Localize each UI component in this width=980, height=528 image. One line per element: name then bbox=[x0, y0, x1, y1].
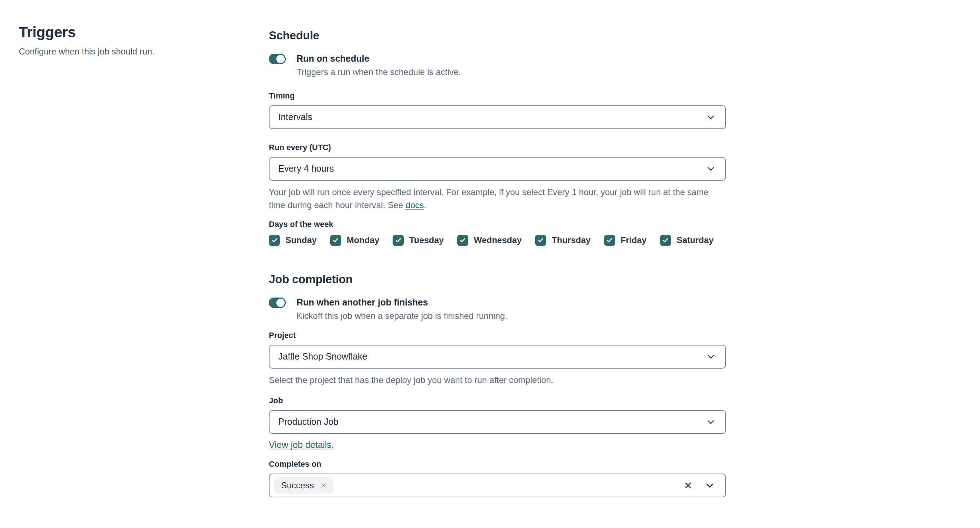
run-when-finishes-text: Run when another job finishes Kickoff th… bbox=[297, 297, 508, 321]
chevron-down-icon bbox=[706, 164, 716, 174]
run-every-field: Run every (UTC) Every 4 hours Your job w… bbox=[269, 143, 726, 212]
checkbox-checked-icon bbox=[393, 235, 404, 246]
day-checkbox-friday[interactable]: Friday bbox=[604, 235, 647, 246]
run-when-finishes-description: Kickoff this job when a separate job is … bbox=[297, 311, 508, 321]
project-select-value: Jaffle Shop Snowflake bbox=[278, 351, 368, 362]
chevron-down-icon bbox=[706, 112, 716, 122]
project-label: Project bbox=[269, 331, 726, 340]
run-when-finishes-toggle[interactable] bbox=[269, 298, 286, 308]
run-on-schedule-toggle[interactable] bbox=[269, 54, 286, 64]
chevron-down-icon bbox=[706, 352, 716, 362]
clear-selection-icon[interactable] bbox=[683, 481, 693, 490]
project-help-text: Select the project that has the deploy j… bbox=[269, 374, 726, 387]
run-when-finishes-row: Run when another job finishes Kickoff th… bbox=[269, 297, 726, 321]
project-select[interactable]: Jaffle Shop Snowflake bbox=[269, 345, 726, 369]
run-on-schedule-text: Run on schedule Triggers a run when the … bbox=[297, 53, 461, 78]
day-checkbox-sunday[interactable]: Sunday bbox=[269, 235, 317, 246]
day-label: Monday bbox=[347, 235, 380, 245]
completes-on-field: Completes on Success bbox=[269, 460, 726, 497]
status-chip-success: Success bbox=[274, 477, 334, 494]
run-when-finishes-label: Run when another job finishes bbox=[297, 297, 508, 308]
job-label: Job bbox=[269, 396, 726, 405]
section-heading-schedule: Schedule bbox=[269, 29, 726, 42]
checkbox-checked-icon bbox=[269, 235, 280, 246]
day-checkbox-tuesday[interactable]: Tuesday bbox=[393, 235, 444, 246]
chevron-down-icon bbox=[706, 417, 716, 427]
interval-help-text-suffix: . bbox=[424, 200, 426, 210]
day-checkbox-saturday[interactable]: Saturday bbox=[660, 235, 714, 246]
day-label: Thursday bbox=[552, 235, 591, 245]
toggle-knob bbox=[277, 299, 285, 307]
run-every-select[interactable]: Every 4 hours bbox=[269, 157, 726, 181]
days-of-week-field: Days of the week Sunday Monday Tuesday W… bbox=[269, 220, 726, 246]
chip-remove-icon[interactable] bbox=[320, 482, 327, 489]
multiselect-controls bbox=[683, 480, 715, 491]
timing-select[interactable]: Intervals bbox=[269, 105, 726, 129]
toggle-knob bbox=[277, 55, 285, 63]
interval-help-text-body: Your job will run once every specified i… bbox=[269, 187, 708, 210]
triggers-settings-page: Triggers Configure when this job should … bbox=[0, 0, 980, 528]
day-label: Friday bbox=[620, 235, 647, 245]
run-on-schedule-description: Triggers a run when the schedule is acti… bbox=[297, 67, 461, 78]
day-checkbox-monday[interactable]: Monday bbox=[330, 235, 380, 246]
days-of-week-label: Days of the week bbox=[269, 220, 726, 229]
section-heading-job-completion: Job completion bbox=[269, 273, 726, 286]
day-label: Saturday bbox=[676, 235, 714, 245]
docs-link[interactable]: docs bbox=[406, 200, 424, 210]
checkbox-checked-icon bbox=[330, 235, 341, 246]
run-every-select-value: Every 4 hours bbox=[278, 163, 334, 174]
page-subtitle: Configure when this job should run. bbox=[19, 46, 235, 57]
interval-help-text: Your job will run once every specified i… bbox=[269, 186, 726, 212]
checkbox-checked-icon bbox=[604, 235, 615, 246]
run-on-schedule-label: Run on schedule bbox=[297, 53, 461, 64]
day-label: Sunday bbox=[285, 235, 317, 245]
job-select[interactable]: Production Job bbox=[269, 410, 726, 434]
run-on-schedule-row: Run on schedule Triggers a run when the … bbox=[269, 53, 726, 78]
timing-select-value: Intervals bbox=[278, 112, 312, 122]
left-description-column: Triggers Configure when this job should … bbox=[19, 24, 235, 57]
triggers-form: Schedule Run on schedule Triggers a run … bbox=[269, 29, 726, 497]
job-link-row: View job details. bbox=[269, 440, 726, 450]
day-checkbox-thursday[interactable]: Thursday bbox=[535, 235, 591, 246]
project-field: Project Jaffle Shop Snowflake Select the… bbox=[269, 331, 726, 387]
status-chip-label: Success bbox=[281, 480, 314, 490]
run-every-label: Run every (UTC) bbox=[269, 143, 726, 152]
checkbox-checked-icon bbox=[660, 235, 671, 246]
job-field: Job Production Job View job details. bbox=[269, 396, 726, 450]
page-title: Triggers bbox=[19, 24, 235, 41]
days-of-week-row: Sunday Monday Tuesday Wednesday Thursday bbox=[269, 235, 726, 246]
timing-field: Timing Intervals bbox=[269, 91, 726, 129]
checkbox-checked-icon bbox=[457, 235, 468, 246]
day-label: Tuesday bbox=[409, 235, 444, 245]
timing-label: Timing bbox=[269, 91, 726, 101]
view-job-details-link[interactable]: View job details. bbox=[269, 440, 334, 450]
completes-on-label: Completes on bbox=[269, 460, 726, 469]
day-checkbox-wednesday[interactable]: Wednesday bbox=[457, 235, 522, 246]
checkbox-checked-icon bbox=[535, 235, 546, 246]
completes-on-multiselect[interactable]: Success bbox=[269, 474, 726, 497]
dropdown-chevron-icon[interactable] bbox=[704, 480, 715, 491]
job-select-value: Production Job bbox=[278, 417, 339, 427]
day-label: Wednesday bbox=[474, 235, 522, 245]
